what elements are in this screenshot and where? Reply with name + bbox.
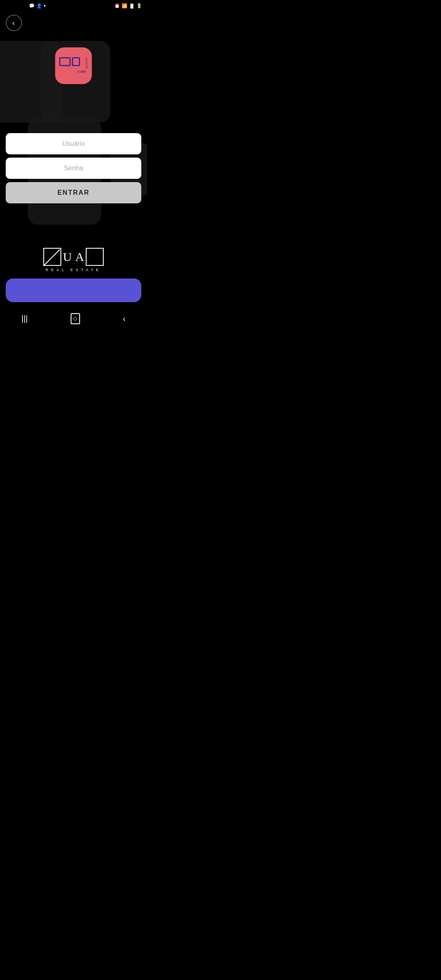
signal-icon: ▐▌	[129, 4, 135, 8]
user-icon: 👤	[36, 3, 42, 9]
quad-logo: U A REAL ESTATE	[43, 248, 104, 272]
q-diagonal	[44, 249, 60, 265]
wifi-icon: 📶	[122, 3, 127, 9]
bottom-section: U A REAL ESTATE	[0, 248, 147, 302]
u-letter: U	[61, 248, 74, 266]
quad-logo-row: U A	[43, 248, 104, 266]
nav-back-icon[interactable]: ‹	[123, 314, 126, 323]
back-button-container: ‹	[6, 15, 22, 31]
d-letter-box	[86, 248, 104, 266]
login-form: ENTRAR	[0, 133, 147, 203]
nav-bar: ||| ○ ‹	[0, 310, 147, 327]
dot-indicator: •	[44, 2, 46, 9]
status-bar: 17:16 🖼 💬 👤 • ⏰ 📶 ▐▌ 🔋	[0, 0, 147, 11]
barao-text: BARÃO	[85, 57, 88, 68]
quad-subtitle: REAL ESTATE	[46, 268, 101, 272]
nav-home-icon[interactable]: ○	[71, 313, 80, 324]
password-input[interactable]	[6, 158, 141, 179]
alarm-icon: ⏰	[114, 3, 120, 9]
gallery-icon: 🖼	[23, 3, 27, 8]
status-time: 17:16	[5, 2, 21, 9]
q-letter-box	[43, 248, 61, 266]
back-chevron-icon: ‹	[12, 19, 15, 27]
back-button[interactable]: ‹	[6, 15, 22, 31]
battery-icon: 🔋	[136, 3, 142, 9]
cube-logo: CUBE BARÃO	[59, 57, 88, 74]
app-icon: CUBE BARÃO	[55, 47, 92, 84]
cube-text-label: CUBE	[77, 70, 86, 73]
cube-icon-shapes	[59, 57, 88, 66]
a-letter: A	[74, 248, 86, 266]
cube-small-rect	[72, 57, 80, 66]
nav-menu-icon[interactable]: |||	[21, 314, 28, 323]
status-left: 17:16 🖼 💬 👤 •	[5, 2, 46, 9]
purple-action-button[interactable]	[6, 278, 141, 302]
status-right: ⏰ 📶 ▐▌ 🔋	[114, 3, 142, 9]
whatsapp-icon: 💬	[29, 3, 35, 9]
main-content: CUBE BARÃO ENTRAR	[0, 11, 147, 203]
cube-large-rect	[59, 57, 71, 66]
enter-button[interactable]: ENTRAR	[6, 182, 141, 203]
username-input[interactable]	[6, 133, 141, 154]
